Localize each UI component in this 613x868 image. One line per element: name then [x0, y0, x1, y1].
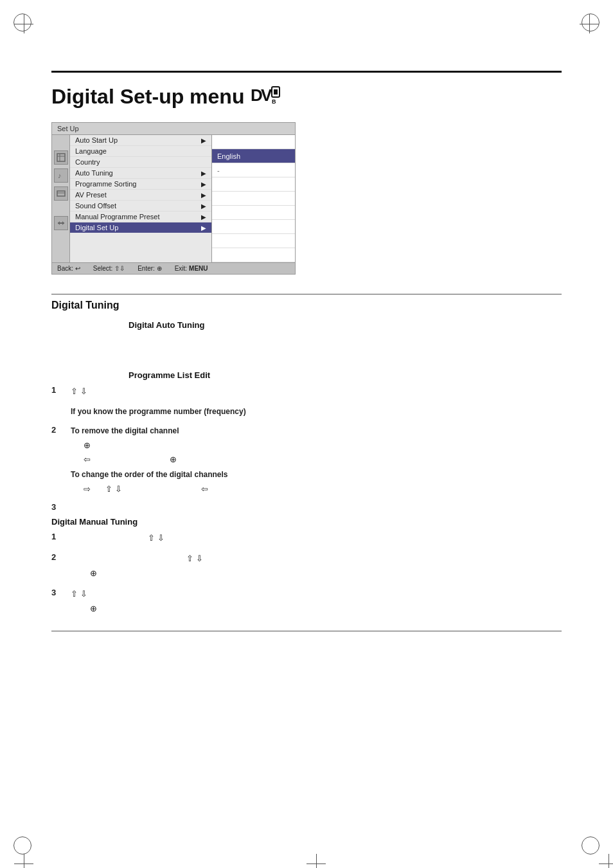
step-1-line: ⇧ ⇩	[71, 385, 562, 398]
manual-step-3-content: ⇧ ⇩ ⊕	[71, 588, 562, 618]
menu-icon-1	[54, 150, 68, 165]
manual-step-3-num: 3	[51, 588, 71, 618]
menu-body: ♪ Auto Start Up ▶ Language	[52, 135, 295, 262]
manual-step-3-line2: ⊕	[71, 602, 562, 615]
step-2-remove-sub1: ⊕	[84, 439, 562, 452]
menu-items-container: Auto Start Up ▶ Language Country Auto Tu…	[70, 135, 295, 262]
footer-back: Back: ↩	[57, 265, 80, 272]
step-2-remove-sub2: ⇦ ⊕	[84, 453, 562, 466]
footer-enter: Enter: ⊕	[138, 265, 161, 272]
svg-text:V: V	[261, 86, 272, 105]
menu-item-country[interactable]: Country	[70, 157, 211, 168]
value-digital-setup	[212, 248, 295, 262]
step-1-block: 1 ⇧ ⇩	[51, 385, 562, 401]
menu-box: Set Up ♪ Aut	[51, 122, 296, 275]
footer-select: Select: ⇧⇩	[93, 265, 125, 272]
programme-list-edit-title: Programme List Edit	[129, 370, 562, 380]
value-auto-tuning	[212, 177, 295, 192]
step-2-content: To remove the digital channel ⊕ ⇦ ⊕ To c…	[71, 425, 562, 498]
step-2-num: 2	[51, 425, 71, 498]
menu-item-av-preset[interactable]: AV Preset ▶	[70, 190, 211, 201]
manual-step-2-num: 2	[51, 552, 71, 583]
svg-rect-9	[57, 191, 65, 196]
manual-step-2-content: ⇧ ⇩ ⊕	[71, 552, 562, 583]
value-av-preset	[212, 206, 295, 220]
menu-items-right: English -	[211, 135, 295, 262]
digital-auto-tuning-title: Digital Auto Tuning	[129, 320, 562, 330]
value-auto-start-up	[212, 135, 295, 149]
step-1-num: 1	[51, 385, 71, 401]
value-manual-programme	[212, 234, 295, 248]
value-language: English	[212, 149, 295, 163]
manual-step-1-content: ⇧ ⇩	[71, 532, 562, 547]
value-sound-offset	[212, 220, 295, 234]
step-2-block: 2 To remove the digital channel ⊕ ⇦ ⊕ To…	[51, 425, 562, 498]
main-content: Digital Set-up menu D V B Set Up ♪	[51, 71, 562, 638]
menu-item-programme-sorting[interactable]: Programme Sorting ▶	[70, 179, 211, 190]
step-2-order-label: To change the order of the digital chann…	[71, 469, 562, 480]
step-1b-content: If you know the programme number (freque…	[71, 406, 562, 420]
digital-tuning-title: Digital Tuning	[51, 300, 562, 311]
value-country: -	[212, 163, 295, 177]
menu-header: Set Up	[52, 123, 295, 135]
step-3-num: 3	[51, 502, 71, 512]
manual-step-3-line1: ⇧ ⇩	[71, 588, 562, 601]
step-3-block: 3	[51, 502, 562, 512]
step-1-content: ⇧ ⇩	[71, 385, 562, 401]
manual-step-1-block: 1 ⇧ ⇩	[51, 532, 562, 547]
manual-step-1-line: ⇧ ⇩	[71, 532, 562, 545]
digital-tuning-rule-bottom	[51, 631, 562, 631]
digital-manual-tuning-title: Digital Manual Tuning	[51, 517, 562, 527]
menu-icons-col: ♪	[52, 135, 70, 262]
menu-item-digital-setup[interactable]: Digital Set Up ▶	[70, 222, 211, 233]
page-title-text: Digital Set-up menu	[51, 85, 244, 109]
svg-marker-12	[58, 221, 60, 225]
svg-text:♪: ♪	[58, 172, 62, 179]
svg-rect-3	[274, 89, 278, 95]
svg-text:B: B	[272, 98, 276, 105]
value-programme-sorting	[212, 192, 295, 206]
digital-tuning-section: Digital Tuning Digital Auto Tuning Progr…	[51, 294, 562, 631]
menu-item-sound-offset[interactable]: Sound Offset ▶	[70, 201, 211, 212]
menu-item-language[interactable]: Language	[70, 146, 211, 157]
title-rule	[51, 71, 562, 73]
manual-step-3-block: 3 ⇧ ⇩ ⊕	[51, 588, 562, 618]
menu-item-manual-programme[interactable]: Manual Programme Preset ▶	[70, 212, 211, 222]
auto-tuning-spacer	[51, 335, 562, 370]
menu-items-left: Auto Start Up ▶ Language Country Auto Tu…	[70, 135, 211, 262]
menu-icon-2: ♪	[54, 168, 68, 183]
page-title: Digital Set-up menu D V B	[51, 84, 562, 109]
menu-icon-4	[54, 216, 68, 230]
menu-footer: Back: ↩ Select: ⇧⇩ Enter: ⊕ Exit: MENU	[52, 262, 295, 274]
step-3-content	[71, 502, 562, 512]
svg-marker-13	[62, 221, 64, 225]
step-1b-line: If you know the programme number (freque…	[71, 406, 562, 417]
digital-tuning-rule-top	[51, 294, 562, 294]
step-1b-num	[51, 406, 71, 420]
dvb-logo: D V B	[251, 84, 281, 109]
manual-step-2-line1: ⇧ ⇩	[71, 552, 562, 565]
step-2-remove-label: To remove the digital channel	[71, 425, 562, 437]
manual-step-2-line2: ⊕	[71, 567, 562, 580]
menu-item-auto-tuning[interactable]: Auto Tuning ▶	[70, 168, 211, 179]
step-1b-block: If you know the programme number (freque…	[51, 406, 562, 420]
manual-step-1-num: 1	[51, 532, 71, 547]
svg-rect-5	[57, 154, 65, 161]
menu-item-auto-start-up[interactable]: Auto Start Up ▶	[70, 135, 211, 146]
step-2-order-sub: ⇨ ⇧ ⇩ ⇦	[84, 483, 562, 496]
manual-step-2-block: 2 ⇧ ⇩ ⊕	[51, 552, 562, 583]
footer-exit: Exit: MENU	[175, 265, 208, 272]
menu-icon-3	[54, 186, 68, 201]
